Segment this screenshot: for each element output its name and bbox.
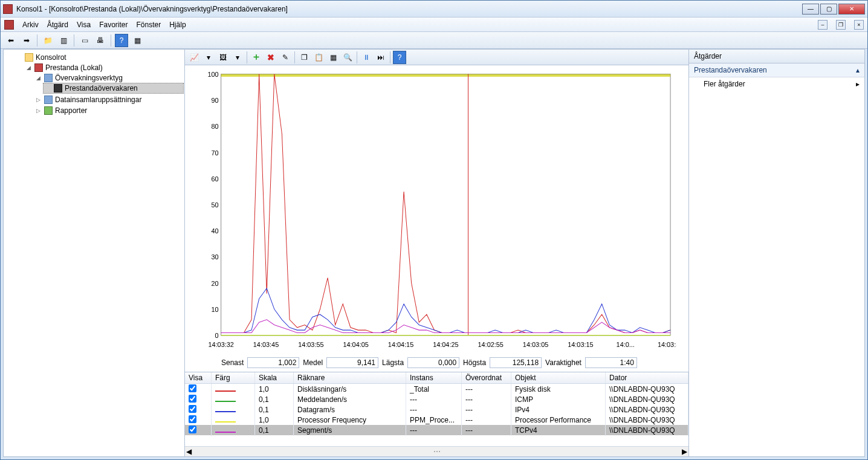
close-button[interactable]: ✕ xyxy=(838,4,865,15)
medel-label: Medel xyxy=(303,358,323,367)
properties-button[interactable]: ▦ xyxy=(131,34,144,47)
svg-text:60: 60 xyxy=(212,175,219,182)
svg-text:30: 30 xyxy=(212,253,219,261)
visa-checkbox[interactable] xyxy=(189,405,196,413)
visa-checkbox[interactable] xyxy=(189,395,196,403)
app-window: Konsol1 - [Konsolrot\Prestanda (Lokal)\Ö… xyxy=(0,0,868,460)
zoom-button[interactable]: 🔍 xyxy=(341,51,354,64)
menu-favoriter[interactable]: Favoriter xyxy=(99,21,128,29)
back-button[interactable]: ⬅ xyxy=(4,34,18,47)
chart-toolbar: 📈 ▾ 🖼 ▾ ＋ ✖ ✎ ❐ 📋 ▦ 🔍 ⏸ ⏭ ? xyxy=(185,50,688,65)
workarea: Konsolrot ◢Prestanda (Lokal) ◢Övervaknin… xyxy=(3,49,865,457)
col-raknare[interactable]: Räknare xyxy=(294,372,406,383)
help-icon[interactable]: ? xyxy=(115,34,128,47)
menu-arkiv[interactable]: Arkiv xyxy=(22,21,39,29)
table-row[interactable]: 0,1Meddelanden/s------ICMP\\DNLABDN-QU93… xyxy=(185,394,688,404)
senast-label: Senast xyxy=(221,358,244,367)
actions-more[interactable]: Fler åtgärder▸ xyxy=(689,77,864,91)
up-button[interactable]: 📁 xyxy=(41,34,54,47)
tree-overvakningsverktyg[interactable]: ◢Övervakningsverktyg xyxy=(34,73,183,83)
copy-button[interactable]: ❐ xyxy=(297,51,311,64)
show-hide-tree-button[interactable]: ▥ xyxy=(57,34,70,47)
svg-text:40: 40 xyxy=(212,227,219,235)
svg-text:10: 10 xyxy=(212,305,219,313)
table-row[interactable]: 0,1Datagram/s------IPv4\\DNLABDN-QU93Q xyxy=(185,404,688,415)
col-dator[interactable]: Dator xyxy=(606,372,688,383)
menu-atgard[interactable]: Åtgärd xyxy=(47,21,68,29)
collapse-icon[interactable]: ▴ xyxy=(856,66,860,74)
chart-area: 010203040506070809010014:03:3214:03:4514… xyxy=(185,65,688,355)
maximize-button[interactable]: ▢ xyxy=(820,4,837,15)
svg-text:14:03:45: 14:03:45 xyxy=(253,341,279,348)
menu-visa[interactable]: Visa xyxy=(77,21,91,29)
visa-checkbox[interactable] xyxy=(189,415,196,423)
col-visa[interactable]: Visa xyxy=(185,372,212,383)
svg-text:14:0...: 14:0... xyxy=(617,341,635,348)
col-instans[interactable]: Instans xyxy=(406,372,462,383)
svg-text:80: 80 xyxy=(212,123,219,130)
update-button[interactable]: ⏭ xyxy=(374,51,387,64)
visa-checkbox[interactable] xyxy=(189,426,196,433)
counter-table-body[interactable]: 1,0Diskläsningar/s_Total---Fysisk disk\\… xyxy=(185,384,688,446)
table-row[interactable]: 0,1Segment/s------TCPv4\\DNLABDN-QU93Q xyxy=(185,425,688,435)
svg-text:14:03:15: 14:03:15 xyxy=(568,341,593,348)
horizontal-scrollbar[interactable]: ◀⋯▶ xyxy=(185,446,688,456)
tree-rapporter[interactable]: ▷Rapporter xyxy=(34,106,183,115)
mdi-close-button[interactable]: × xyxy=(854,20,864,30)
chevron-right-icon: ▸ xyxy=(856,80,860,88)
svg-text:70: 70 xyxy=(212,149,219,156)
print-button[interactable]: 🖶 xyxy=(94,34,107,47)
visa-checkbox[interactable] xyxy=(189,384,196,392)
actions-header: Åtgärder xyxy=(689,50,864,63)
mdi-restore-button[interactable]: ❐ xyxy=(836,20,846,30)
app-icon xyxy=(3,4,13,14)
col-over[interactable]: Överordnat xyxy=(462,372,511,383)
performance-chart: 010203040506070809010014:03:3214:03:4514… xyxy=(197,69,676,355)
table-row[interactable]: 1,0Diskläsningar/s_Total---Fysisk disk\\… xyxy=(185,384,688,394)
titlebar: Konsol1 - [Konsolrot\Prestanda (Lokal)\Ö… xyxy=(1,1,867,18)
view-dropdown2-button[interactable]: ▾ xyxy=(231,51,244,64)
svg-rect-1 xyxy=(221,74,670,77)
tree-pane[interactable]: Konsolrot ◢Prestanda (Lokal) ◢Övervaknin… xyxy=(4,50,185,456)
forward-button[interactable]: ➡ xyxy=(20,34,33,47)
add-counter-button[interactable]: ＋ xyxy=(250,51,263,64)
tree-prestanda[interactable]: ◢Prestanda (Lokal) xyxy=(24,63,183,73)
freeze-button[interactable]: ⏸ xyxy=(360,51,373,64)
minimize-button[interactable]: — xyxy=(802,4,819,15)
table-row[interactable]: 1,0Processor FrequencyPPM_Proce...---Pro… xyxy=(185,415,688,425)
svg-text:14:04:25: 14:04:25 xyxy=(433,341,458,348)
paste-button[interactable]: 📋 xyxy=(312,51,325,64)
svg-text:14:02:55: 14:02:55 xyxy=(478,341,504,348)
delete-counter-button[interactable]: ✖ xyxy=(264,51,277,64)
menubar: Arkiv Åtgärd Visa Favoriter Fönster Hjäl… xyxy=(1,18,867,32)
col-skala[interactable]: Skala xyxy=(255,372,294,383)
highlight-button[interactable]: ✎ xyxy=(279,51,292,64)
tree-konsolrot[interactable]: Konsolrot xyxy=(15,53,183,62)
tree-prestandaovervakaren[interactable]: Prestandaövervakaren xyxy=(44,83,183,93)
actions-pane: Åtgärder Prestandaövervakaren▴ Fler åtgä… xyxy=(689,50,864,456)
main-toolbar: ⬅ ➡ 📁 ▥ ▭ 🖶 ? ▦ xyxy=(1,32,867,49)
view-dropdown-button[interactable]: ▾ xyxy=(202,51,215,64)
hogsta-value: 125,118 xyxy=(490,357,542,368)
mdi-minimize-button[interactable]: – xyxy=(818,20,828,30)
properties-chart-button[interactable]: ▦ xyxy=(326,51,340,64)
svg-text:14:03:31: 14:03:31 xyxy=(658,341,676,348)
menu-fonster[interactable]: Fönster xyxy=(137,21,161,29)
menu-hjalp[interactable]: Hjälp xyxy=(169,21,186,29)
counter-table-header[interactable]: Visa Färg Skala Räknare Instans Överordn… xyxy=(185,372,688,384)
col-farg[interactable]: Färg xyxy=(212,372,255,383)
lagsta-label: Lägsta xyxy=(382,358,404,367)
svg-text:14:03:05: 14:03:05 xyxy=(523,341,548,348)
view-histogram-button[interactable]: 🖼 xyxy=(216,51,230,64)
svg-text:0: 0 xyxy=(215,332,219,339)
stats-row: Senast 1,002 Medel 9,141 Lägsta 0,000 Hö… xyxy=(185,355,688,372)
view-graph-button[interactable]: 📈 xyxy=(187,51,201,64)
actions-section[interactable]: Prestandaövervakaren▴ xyxy=(689,63,864,77)
col-objekt[interactable]: Objekt xyxy=(511,372,606,383)
svg-text:14:04:05: 14:04:05 xyxy=(343,341,368,348)
counter-table: Visa Färg Skala Räknare Instans Överordn… xyxy=(185,372,688,456)
tree-datainsamlar[interactable]: ▷Datainsamlaruppsättningar xyxy=(34,95,183,105)
chart-help-icon[interactable]: ? xyxy=(393,51,406,64)
senast-value: 1,002 xyxy=(247,357,299,368)
new-window-button[interactable]: ▭ xyxy=(78,34,91,47)
